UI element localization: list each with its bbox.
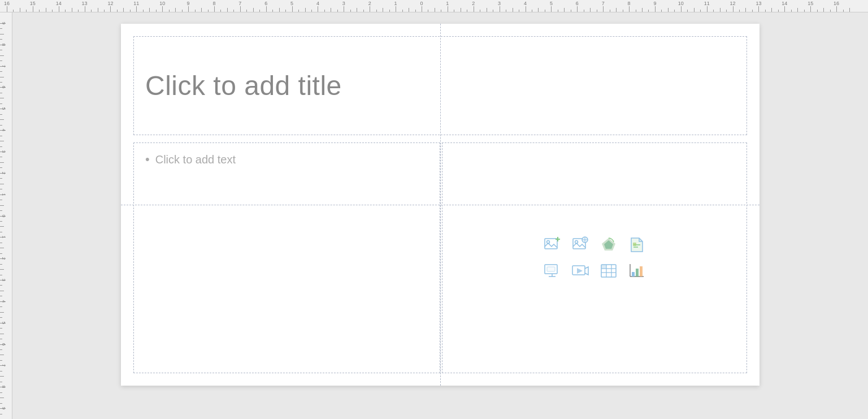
- insert-screenshot-icon[interactable]: [541, 260, 563, 282]
- horizontal-ruler: 1615141312111098765432101234567891011121…: [0, 0, 868, 12]
- insert-content-area: [442, 142, 747, 373]
- vertical-ruler: 9876543210123456789: [0, 12, 12, 419]
- svg-rect-21: [601, 265, 606, 269]
- title-placeholder-text: Click to add title: [145, 70, 342, 101]
- canvas-area: Click to add title • Click to add text: [12, 12, 868, 419]
- svg-rect-26: [640, 266, 643, 277]
- insert-icon-row-2: [541, 260, 648, 282]
- insert-file-icon[interactable]: [626, 234, 648, 256]
- svg-rect-25: [636, 269, 639, 277]
- bullet-point: •: [145, 152, 150, 167]
- svg-rect-11: [547, 267, 555, 271]
- svg-rect-24: [632, 272, 635, 277]
- text-placeholder-text: • Click to add text: [145, 152, 236, 167]
- slide-divider-h: [121, 205, 760, 205]
- svg-rect-0: [545, 239, 557, 249]
- svg-rect-9: [633, 243, 636, 246]
- text-placeholder-area[interactable]: • Click to add text: [133, 142, 440, 373]
- insert-table-icon[interactable]: [598, 260, 619, 282]
- insert-video-icon[interactable]: [570, 260, 591, 282]
- insert-smartart-icon[interactable]: [598, 234, 619, 256]
- insert-icon-row-1: [541, 234, 648, 256]
- title-placeholder-area[interactable]: Click to add title: [133, 36, 747, 135]
- insert-chart-icon[interactable]: [626, 260, 648, 282]
- insert-image-icon[interactable]: [541, 234, 563, 256]
- slide: Click to add title • Click to add text: [121, 24, 760, 386]
- insert-online-image-icon[interactable]: [570, 234, 591, 256]
- main-area: 9876543210123456789 Click to add title •…: [0, 12, 868, 419]
- svg-marker-15: [577, 268, 583, 274]
